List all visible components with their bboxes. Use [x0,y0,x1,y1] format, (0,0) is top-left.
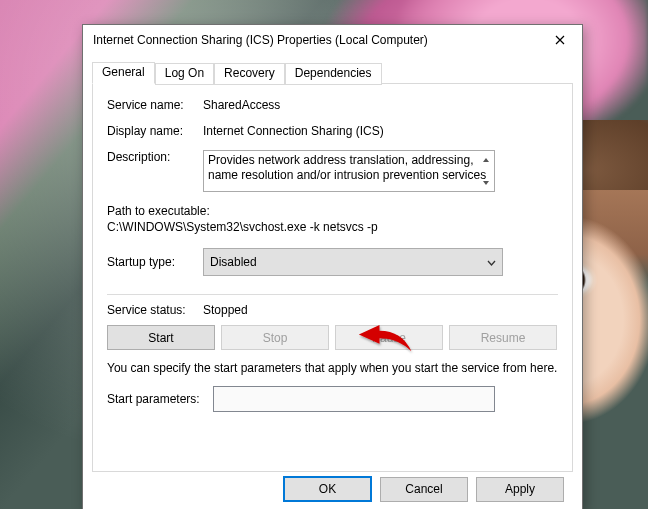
note-text: You can specify the start parameters tha… [107,360,558,376]
tab-panel-general: Service name: SharedAccess Display name:… [92,83,573,472]
start-parameters-input[interactable] [213,386,495,412]
startup-type-select[interactable]: Disabled [203,248,503,276]
titlebar[interactable]: Internet Connection Sharing (ICS) Proper… [83,25,582,55]
tab-strip: General Log On Recovery Dependencies [92,62,573,84]
service-control-buttons: Start Stop Pause Resume [107,325,558,350]
label-start-parameters: Start parameters: [107,392,213,406]
row-startup-type: Startup type: Disabled [107,248,558,276]
description-scrollbar[interactable] [477,151,494,191]
label-path: Path to executable: [107,204,558,218]
value-description: Provides network address translation, ad… [208,153,486,182]
label-service-name: Service name: [107,98,203,112]
value-path: C:\WINDOWS\System32\svchost.exe -k netsv… [107,220,558,234]
startup-type-value: Disabled [210,255,257,269]
row-display-name: Display name: Internet Connection Sharin… [107,124,558,138]
close-icon [555,35,565,45]
scroll-up-icon[interactable] [477,151,494,168]
tab-recovery[interactable]: Recovery [214,63,285,85]
tab-log-on[interactable]: Log On [155,63,214,85]
row-description: Description: Provides network address tr… [107,150,558,192]
stop-button: Stop [221,325,329,350]
ok-button[interactable]: OK [283,476,372,502]
apply-button[interactable]: Apply [476,477,564,502]
value-service-status: Stopped [203,303,558,317]
row-service-status: Service status: Stopped [107,303,558,317]
pause-button: Pause [335,325,443,350]
value-display-name: Internet Connection Sharing (ICS) [203,124,558,138]
scroll-down-icon[interactable] [477,174,494,191]
dialog-action-buttons: OK Cancel Apply [92,476,573,502]
label-service-status: Service status: [107,303,203,317]
tab-general[interactable]: General [92,62,155,84]
start-button[interactable]: Start [107,325,215,350]
resume-button: Resume [449,325,557,350]
label-startup-type: Startup type: [107,255,203,269]
properties-dialog: Internet Connection Sharing (ICS) Proper… [82,24,583,509]
close-button[interactable] [537,25,582,55]
window-title: Internet Connection Sharing (ICS) Proper… [93,33,537,47]
row-service-name: Service name: SharedAccess [107,98,558,112]
label-display-name: Display name: [107,124,203,138]
divider [107,294,558,295]
dialog-body: General Log On Recovery Dependencies Ser… [83,55,582,509]
value-service-name: SharedAccess [203,98,558,112]
cancel-button[interactable]: Cancel [380,477,468,502]
label-description: Description: [107,150,203,164]
description-textbox[interactable]: Provides network address translation, ad… [203,150,495,192]
tab-dependencies[interactable]: Dependencies [285,63,382,85]
chevron-down-icon [487,257,496,268]
row-start-parameters: Start parameters: [107,386,558,412]
